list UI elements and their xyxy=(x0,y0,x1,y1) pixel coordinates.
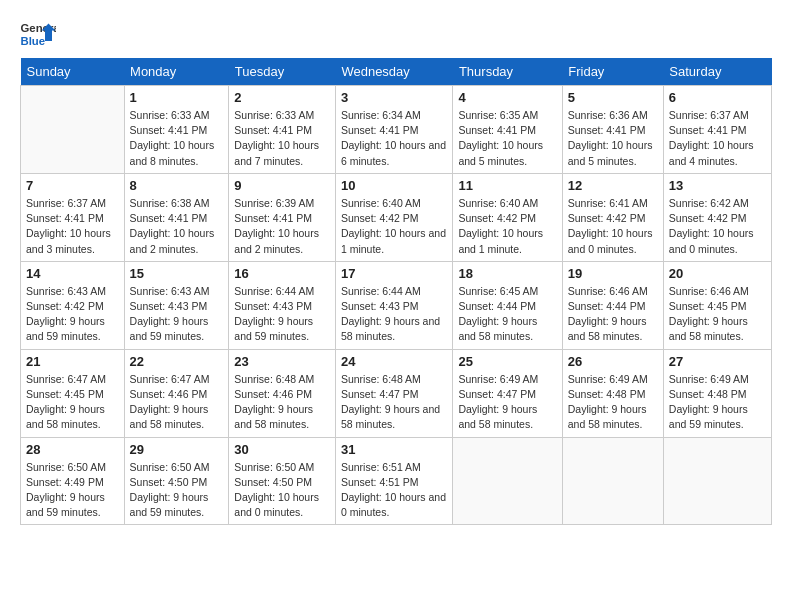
svg-text:Blue: Blue xyxy=(21,35,46,47)
day-content: Sunrise: 6:43 AM Sunset: 4:43 PM Dayligh… xyxy=(130,284,224,345)
day-content: Sunrise: 6:50 AM Sunset: 4:49 PM Dayligh… xyxy=(26,460,119,521)
calendar-cell xyxy=(453,437,562,525)
day-content: Sunrise: 6:43 AM Sunset: 4:42 PM Dayligh… xyxy=(26,284,119,345)
day-number: 1 xyxy=(130,90,224,105)
day-number: 5 xyxy=(568,90,658,105)
day-number: 14 xyxy=(26,266,119,281)
day-number: 29 xyxy=(130,442,224,457)
calendar-cell xyxy=(21,86,125,174)
calendar-cell: 28Sunrise: 6:50 AM Sunset: 4:49 PM Dayli… xyxy=(21,437,125,525)
day-of-week-wednesday: Wednesday xyxy=(335,58,453,86)
calendar-cell: 31Sunrise: 6:51 AM Sunset: 4:51 PM Dayli… xyxy=(335,437,453,525)
day-number: 21 xyxy=(26,354,119,369)
day-of-week-tuesday: Tuesday xyxy=(229,58,336,86)
calendar-cell: 6Sunrise: 6:37 AM Sunset: 4:41 PM Daylig… xyxy=(663,86,771,174)
calendar-cell: 1Sunrise: 6:33 AM Sunset: 4:41 PM Daylig… xyxy=(124,86,229,174)
day-content: Sunrise: 6:49 AM Sunset: 4:47 PM Dayligh… xyxy=(458,372,556,433)
day-content: Sunrise: 6:35 AM Sunset: 4:41 PM Dayligh… xyxy=(458,108,556,169)
calendar-cell: 10Sunrise: 6:40 AM Sunset: 4:42 PM Dayli… xyxy=(335,173,453,261)
day-number: 20 xyxy=(669,266,766,281)
calendar-cell: 16Sunrise: 6:44 AM Sunset: 4:43 PM Dayli… xyxy=(229,261,336,349)
day-number: 7 xyxy=(26,178,119,193)
day-number: 9 xyxy=(234,178,330,193)
calendar-cell: 20Sunrise: 6:46 AM Sunset: 4:45 PM Dayli… xyxy=(663,261,771,349)
day-content: Sunrise: 6:49 AM Sunset: 4:48 PM Dayligh… xyxy=(568,372,658,433)
week-row-2: 7Sunrise: 6:37 AM Sunset: 4:41 PM Daylig… xyxy=(21,173,772,261)
header: General Blue xyxy=(20,20,772,48)
day-content: Sunrise: 6:41 AM Sunset: 4:42 PM Dayligh… xyxy=(568,196,658,257)
calendar-cell: 14Sunrise: 6:43 AM Sunset: 4:42 PM Dayli… xyxy=(21,261,125,349)
day-content: Sunrise: 6:33 AM Sunset: 4:41 PM Dayligh… xyxy=(234,108,330,169)
day-number: 15 xyxy=(130,266,224,281)
day-number: 28 xyxy=(26,442,119,457)
day-content: Sunrise: 6:37 AM Sunset: 4:41 PM Dayligh… xyxy=(26,196,119,257)
day-number: 3 xyxy=(341,90,448,105)
day-number: 4 xyxy=(458,90,556,105)
day-number: 24 xyxy=(341,354,448,369)
calendar-cell xyxy=(663,437,771,525)
day-content: Sunrise: 6:51 AM Sunset: 4:51 PM Dayligh… xyxy=(341,460,448,521)
day-number: 8 xyxy=(130,178,224,193)
day-content: Sunrise: 6:37 AM Sunset: 4:41 PM Dayligh… xyxy=(669,108,766,169)
day-content: Sunrise: 6:40 AM Sunset: 4:42 PM Dayligh… xyxy=(341,196,448,257)
day-number: 2 xyxy=(234,90,330,105)
calendar-cell: 15Sunrise: 6:43 AM Sunset: 4:43 PM Dayli… xyxy=(124,261,229,349)
day-content: Sunrise: 6:44 AM Sunset: 4:43 PM Dayligh… xyxy=(234,284,330,345)
calendar-cell: 22Sunrise: 6:47 AM Sunset: 4:46 PM Dayli… xyxy=(124,349,229,437)
week-row-3: 14Sunrise: 6:43 AM Sunset: 4:42 PM Dayli… xyxy=(21,261,772,349)
logo-icon: General Blue xyxy=(20,20,56,48)
day-number: 6 xyxy=(669,90,766,105)
day-content: Sunrise: 6:47 AM Sunset: 4:45 PM Dayligh… xyxy=(26,372,119,433)
day-number: 19 xyxy=(568,266,658,281)
day-number: 17 xyxy=(341,266,448,281)
calendar-cell: 4Sunrise: 6:35 AM Sunset: 4:41 PM Daylig… xyxy=(453,86,562,174)
calendar-cell: 17Sunrise: 6:44 AM Sunset: 4:43 PM Dayli… xyxy=(335,261,453,349)
calendar-cell: 23Sunrise: 6:48 AM Sunset: 4:46 PM Dayli… xyxy=(229,349,336,437)
day-content: Sunrise: 6:46 AM Sunset: 4:45 PM Dayligh… xyxy=(669,284,766,345)
calendar-cell: 25Sunrise: 6:49 AM Sunset: 4:47 PM Dayli… xyxy=(453,349,562,437)
day-number: 16 xyxy=(234,266,330,281)
calendar-body: 1Sunrise: 6:33 AM Sunset: 4:41 PM Daylig… xyxy=(21,86,772,525)
week-row-5: 28Sunrise: 6:50 AM Sunset: 4:49 PM Dayli… xyxy=(21,437,772,525)
week-row-1: 1Sunrise: 6:33 AM Sunset: 4:41 PM Daylig… xyxy=(21,86,772,174)
calendar-cell: 9Sunrise: 6:39 AM Sunset: 4:41 PM Daylig… xyxy=(229,173,336,261)
day-of-week-monday: Monday xyxy=(124,58,229,86)
day-content: Sunrise: 6:39 AM Sunset: 4:41 PM Dayligh… xyxy=(234,196,330,257)
day-of-week-saturday: Saturday xyxy=(663,58,771,86)
calendar-cell: 2Sunrise: 6:33 AM Sunset: 4:41 PM Daylig… xyxy=(229,86,336,174)
day-number: 11 xyxy=(458,178,556,193)
calendar-cell: 12Sunrise: 6:41 AM Sunset: 4:42 PM Dayli… xyxy=(562,173,663,261)
day-number: 13 xyxy=(669,178,766,193)
day-content: Sunrise: 6:50 AM Sunset: 4:50 PM Dayligh… xyxy=(130,460,224,521)
day-number: 31 xyxy=(341,442,448,457)
calendar-cell: 19Sunrise: 6:46 AM Sunset: 4:44 PM Dayli… xyxy=(562,261,663,349)
calendar-cell: 24Sunrise: 6:48 AM Sunset: 4:47 PM Dayli… xyxy=(335,349,453,437)
calendar-cell: 7Sunrise: 6:37 AM Sunset: 4:41 PM Daylig… xyxy=(21,173,125,261)
calendar-cell: 27Sunrise: 6:49 AM Sunset: 4:48 PM Dayli… xyxy=(663,349,771,437)
day-of-week-thursday: Thursday xyxy=(453,58,562,86)
day-content: Sunrise: 6:33 AM Sunset: 4:41 PM Dayligh… xyxy=(130,108,224,169)
calendar-cell: 8Sunrise: 6:38 AM Sunset: 4:41 PM Daylig… xyxy=(124,173,229,261)
logo: General Blue xyxy=(20,20,56,48)
calendar-cell: 3Sunrise: 6:34 AM Sunset: 4:41 PM Daylig… xyxy=(335,86,453,174)
day-content: Sunrise: 6:45 AM Sunset: 4:44 PM Dayligh… xyxy=(458,284,556,345)
calendar-cell: 11Sunrise: 6:40 AM Sunset: 4:42 PM Dayli… xyxy=(453,173,562,261)
day-content: Sunrise: 6:34 AM Sunset: 4:41 PM Dayligh… xyxy=(341,108,448,169)
calendar-cell: 5Sunrise: 6:36 AM Sunset: 4:41 PM Daylig… xyxy=(562,86,663,174)
day-number: 12 xyxy=(568,178,658,193)
day-content: Sunrise: 6:47 AM Sunset: 4:46 PM Dayligh… xyxy=(130,372,224,433)
day-content: Sunrise: 6:38 AM Sunset: 4:41 PM Dayligh… xyxy=(130,196,224,257)
day-content: Sunrise: 6:48 AM Sunset: 4:46 PM Dayligh… xyxy=(234,372,330,433)
calendar-cell: 18Sunrise: 6:45 AM Sunset: 4:44 PM Dayli… xyxy=(453,261,562,349)
calendar-cell: 26Sunrise: 6:49 AM Sunset: 4:48 PM Dayli… xyxy=(562,349,663,437)
day-content: Sunrise: 6:50 AM Sunset: 4:50 PM Dayligh… xyxy=(234,460,330,521)
day-of-week-friday: Friday xyxy=(562,58,663,86)
calendar-cell xyxy=(562,437,663,525)
day-content: Sunrise: 6:46 AM Sunset: 4:44 PM Dayligh… xyxy=(568,284,658,345)
day-content: Sunrise: 6:48 AM Sunset: 4:47 PM Dayligh… xyxy=(341,372,448,433)
days-of-week-header: SundayMondayTuesdayWednesdayThursdayFrid… xyxy=(21,58,772,86)
day-content: Sunrise: 6:44 AM Sunset: 4:43 PM Dayligh… xyxy=(341,284,448,345)
day-number: 10 xyxy=(341,178,448,193)
day-content: Sunrise: 6:40 AM Sunset: 4:42 PM Dayligh… xyxy=(458,196,556,257)
calendar-cell: 13Sunrise: 6:42 AM Sunset: 4:42 PM Dayli… xyxy=(663,173,771,261)
